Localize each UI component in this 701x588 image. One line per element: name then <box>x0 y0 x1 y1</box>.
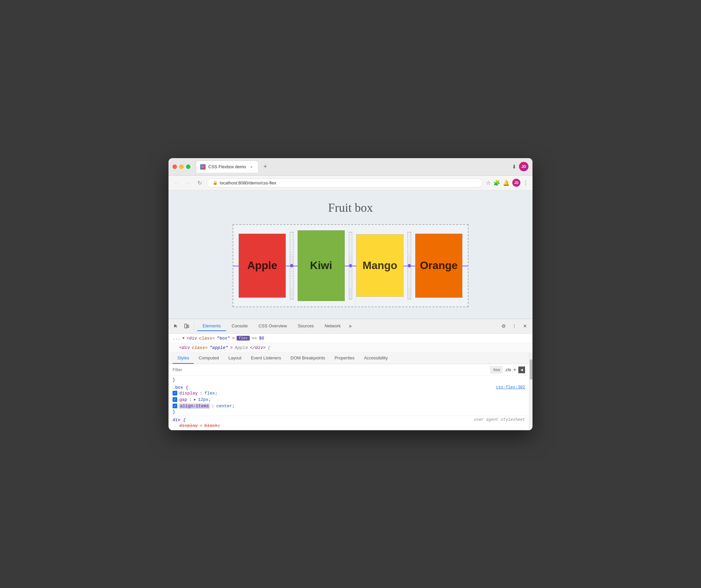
properties-tab[interactable]: Properties <box>330 353 359 364</box>
checkmark-icon-align: ✓ <box>174 404 176 408</box>
prop-colon-gap: : <box>189 397 192 402</box>
css-source-link[interactable]: css-flex:302 <box>496 385 525 390</box>
toggle-sidebar-button[interactable]: ◄ <box>518 366 525 373</box>
forward-button[interactable]: → <box>184 179 192 187</box>
computed-tab[interactable]: Computed <box>194 353 223 364</box>
event-listeners-tab[interactable]: Event Listeners <box>246 353 286 364</box>
cls-button[interactable]: .cls <box>505 367 511 372</box>
close-button[interactable] <box>173 165 177 169</box>
user-avatar[interactable]: JD <box>512 179 520 187</box>
close-devtools-button[interactable]: ✕ <box>520 321 530 331</box>
css-empty-rule: } <box>169 376 529 384</box>
flex-badge[interactable]: flex <box>237 336 249 341</box>
dom-sub-val: "apple" <box>210 345 228 350</box>
dom-inspector: ... ▼ <div class= "box" > flex == $0 <box>169 334 532 343</box>
traffic-lights <box>173 165 190 169</box>
flex-gap-2 <box>349 232 352 299</box>
new-tab-button[interactable]: + <box>261 162 270 171</box>
device-toolbar-button[interactable] <box>182 321 191 331</box>
back-button[interactable]: ← <box>173 179 181 187</box>
profile-avatar[interactable]: JD <box>519 162 528 171</box>
css-user-agent-rule: div { user agent stylesheet display : bl… <box>169 416 529 430</box>
scrollbar-thumb[interactable] <box>530 359 532 380</box>
filter-actions: :hov .cls + ◄ <box>490 366 525 374</box>
prop-checkbox-gap[interactable]: ✓ <box>173 397 177 402</box>
svg-rect-1 <box>187 325 189 328</box>
active-tab[interactable]: C CSS Flexbox demo × <box>196 160 258 173</box>
page-title: Fruit box <box>328 201 373 215</box>
url-text: localhost:8080/demo/css-flex <box>220 180 276 185</box>
url-bar[interactable]: 🔒 localhost:8080/demo/css-flex <box>207 178 483 187</box>
tab-close-button[interactable]: × <box>249 164 254 170</box>
gap-expand-arrow[interactable]: ▶ <box>194 398 196 402</box>
prop-checkbox-align[interactable]: ✓ <box>173 404 177 408</box>
dom-expand-arrow[interactable]: ▼ <box>182 336 184 340</box>
accessibility-tab[interactable]: Accessibility <box>359 353 393 364</box>
extensions-icon[interactable]: 🧩 <box>493 180 500 186</box>
css-ua-header: div { user agent stylesheet <box>173 417 525 422</box>
title-bar: C CSS Flexbox demo × + ⬇ JD <box>169 158 532 176</box>
devtools-main: Styles Computed Layout Event Listeners D… <box>169 353 529 430</box>
filter-input[interactable] <box>173 367 487 372</box>
more-options-button[interactable]: ⋮ <box>510 321 519 331</box>
prop-value-display: flex; <box>204 391 217 396</box>
prop-name-display-ua: display <box>173 423 198 428</box>
tab-elements[interactable]: Elements <box>197 321 226 331</box>
minimize-button[interactable] <box>179 165 184 169</box>
dom-ellipsis: ... <box>173 336 180 341</box>
more-tabs-button[interactable]: » <box>346 322 355 330</box>
css-rules-panel: } .box { css-flex:302 ✓ d <box>169 376 529 430</box>
browser-content: Fruit box Apple Kiwi Mango Orange <box>169 190 532 319</box>
profile-icon[interactable]: 🔔 <box>503 180 510 186</box>
dom-sub-endtag: </div> <box>250 345 266 350</box>
css-selector-box: .box { <box>173 385 188 390</box>
filter-bar: :hov .cls + ◄ <box>169 364 529 376</box>
dom-close-bracket: > <box>232 336 235 341</box>
checkmark-icon: ✓ <box>174 391 176 395</box>
download-icon[interactable]: ⬇ <box>512 164 516 170</box>
css-ua-source: user agent stylesheet <box>474 417 525 422</box>
bookmark-icon[interactable]: ☆ <box>486 180 491 186</box>
tab-sources[interactable]: Sources <box>292 321 319 331</box>
prop-name-align: align-items <box>179 404 210 409</box>
layout-tab[interactable]: Layout <box>223 353 246 364</box>
refresh-button[interactable]: ↻ <box>195 179 204 187</box>
browser-window: C CSS Flexbox demo × + ⬇ JD ← → ↻ 🔒 loca… <box>169 158 532 430</box>
svg-rect-0 <box>185 324 187 328</box>
flex-gap-1 <box>290 232 293 299</box>
prop-value-gap: 12px; <box>198 397 211 402</box>
prop-value-align: center; <box>216 404 235 409</box>
tab-network[interactable]: Network <box>319 321 346 331</box>
fruit-flexbox-container: Apple Kiwi Mango Orange <box>233 224 468 307</box>
dom-breakpoints-tab[interactable]: DOM Breakpoints <box>286 353 330 364</box>
add-style-button[interactable]: + <box>513 367 516 373</box>
inspect-element-button[interactable] <box>171 321 181 331</box>
tab-title: CSS Flexbox demo <box>208 164 246 169</box>
devtools-tabs: Elements Console CSS Overview Sources Ne… <box>197 321 497 331</box>
lock-icon: 🔒 <box>213 180 218 185</box>
css-prop-gap: ✓ gap : ▶ 12px; <box>173 396 525 403</box>
dom-sub-text: Apple <box>235 345 248 350</box>
maximize-button[interactable] <box>186 165 190 169</box>
fruit-item-mango: Mango <box>356 234 403 297</box>
devtools-toolbar-right: ⚙ ⋮ ✕ <box>499 321 530 331</box>
prop-colon-ua: : <box>200 423 203 428</box>
styles-panel-tabs: Styles Computed Layout Event Listeners D… <box>169 353 529 364</box>
tab-css-overview[interactable]: CSS Overview <box>253 321 293 331</box>
dom-sub-dots: { <box>268 345 270 350</box>
dom-attr-value: "box" <box>217 336 230 341</box>
fruit-item-apple: Apple <box>239 234 286 298</box>
prop-name-display: display <box>179 391 198 396</box>
styles-tab[interactable]: Styles <box>173 353 194 364</box>
devtools-scrollbar[interactable] <box>529 353 532 430</box>
tab-console[interactable]: Console <box>226 321 253 331</box>
menu-icon[interactable]: ⋮ <box>523 180 528 186</box>
dom-sub-close: > <box>230 345 233 350</box>
devtools-panel: Elements Console CSS Overview Sources Ne… <box>169 319 532 430</box>
settings-button[interactable]: ⚙ <box>499 321 508 331</box>
css-prop-align-items: ✓ align-items : center; <box>173 403 525 409</box>
prop-checkbox-display[interactable]: ✓ <box>173 391 177 395</box>
close-brace-box: } <box>173 409 175 414</box>
tab-favicon: C <box>200 164 206 170</box>
hov-button[interactable]: :hov <box>490 366 502 374</box>
